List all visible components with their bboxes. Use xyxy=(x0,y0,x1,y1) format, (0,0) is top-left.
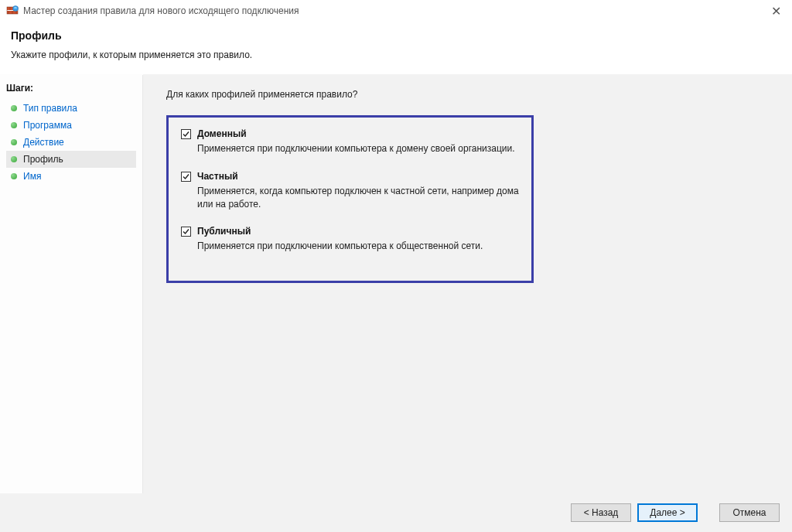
firewall-icon xyxy=(6,5,19,17)
page-title: Профиль xyxy=(11,29,781,42)
checkbox-domain[interactable] xyxy=(181,129,191,139)
checkbox-desc: Применяется при подключении компьютера к… xyxy=(197,240,519,253)
highlight-box: Доменный Применяется при подключении ком… xyxy=(166,115,534,283)
checkbox-public[interactable] xyxy=(181,227,191,237)
content-question: Для каких профилей применяется правило? xyxy=(166,89,769,100)
button-bar: < Назад Далее > Отмена xyxy=(0,493,792,532)
cancel-button[interactable]: Отмена xyxy=(719,503,780,522)
main-layout: Шаги: Тип правила Программа Действие Про… xyxy=(0,74,792,498)
checkbox-private[interactable] xyxy=(181,172,191,182)
sidebar-item-label: Профиль xyxy=(23,154,63,165)
sidebar-item-label: Имя xyxy=(23,171,41,182)
page-subtitle: Укажите профили, к которым применяется э… xyxy=(11,49,781,60)
window-title: Мастер создания правила для нового исход… xyxy=(23,5,299,16)
checkbox-row-domain: Доменный xyxy=(181,128,519,139)
step-bullet-icon xyxy=(11,105,17,111)
step-bullet-icon xyxy=(11,139,17,145)
checkbox-row-public: Публичный xyxy=(181,226,519,237)
sidebar-item-name[interactable]: Имя xyxy=(6,168,136,185)
sidebar-item-program[interactable]: Программа xyxy=(6,117,136,134)
titlebar: Мастер создания правила для нового исход… xyxy=(0,0,792,22)
sidebar-item-label: Действие xyxy=(23,137,64,148)
titlebar-left: Мастер создания правила для нового исход… xyxy=(6,5,299,17)
content-area: Для каких профилей применяется правило? … xyxy=(143,75,792,498)
header-area: Профиль Укажите профили, к которым приме… xyxy=(0,22,792,74)
back-button[interactable]: < Назад xyxy=(571,503,631,522)
checkbox-label: Доменный xyxy=(197,128,247,139)
sidebar-item-label: Программа xyxy=(23,120,72,131)
step-bullet-icon xyxy=(11,122,17,128)
checkbox-label: Публичный xyxy=(197,226,251,237)
checkbox-desc: Применяется при подключении компьютера к… xyxy=(197,142,519,155)
next-button[interactable]: Далее > xyxy=(637,503,698,522)
step-bullet-icon xyxy=(11,173,17,179)
step-bullet-icon xyxy=(11,156,17,162)
checkbox-row-private: Частный xyxy=(181,171,519,182)
sidebar-item-label: Тип правила xyxy=(23,103,77,114)
checkbox-desc: Применяется, когда компьютер подключен к… xyxy=(197,185,519,211)
steps-label: Шаги: xyxy=(6,83,136,94)
close-icon[interactable]: ✕ xyxy=(766,4,786,19)
sidebar-item-profile[interactable]: Профиль xyxy=(6,151,136,168)
checkbox-label: Частный xyxy=(197,171,238,182)
sidebar-item-action[interactable]: Действие xyxy=(6,134,136,151)
sidebar: Шаги: Тип правила Программа Действие Про… xyxy=(0,75,143,498)
sidebar-item-rule-type[interactable]: Тип правила xyxy=(6,100,136,117)
